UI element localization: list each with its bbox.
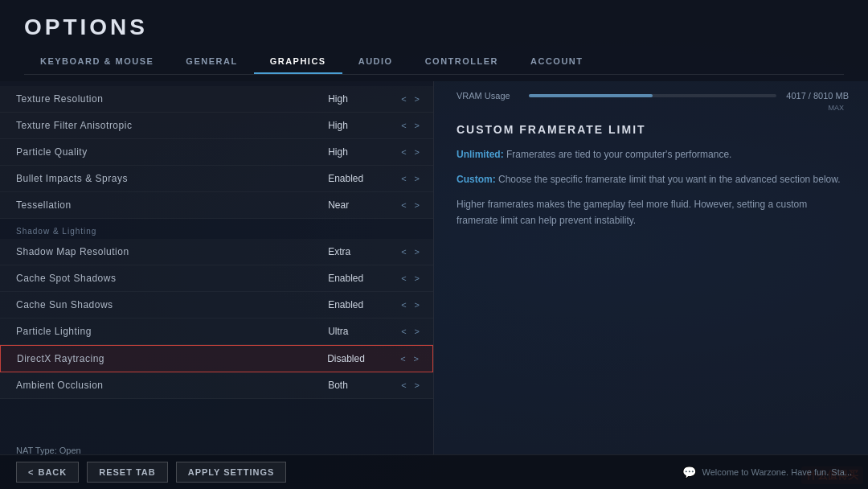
setting-particle-lighting[interactable]: Particle Lighting Ultra < > <box>0 318 433 345</box>
arrow-left-texture-res[interactable]: < <box>399 93 408 105</box>
back-arrow-icon: < <box>28 467 34 477</box>
setting-texture-filter[interactable]: Texture Filter Anisotropic High < > <box>0 113 433 139</box>
main-container: OPTIONS KEYBOARD & MOUSE GENERAL GRAPHIC… <box>0 0 868 489</box>
arrow-right-texture-res[interactable]: > <box>412 93 422 105</box>
arrow-left-raytracing[interactable]: < <box>398 353 407 364</box>
arrow-right-raytracing[interactable]: > <box>411 353 421 364</box>
arrow-right-tessellation[interactable]: > <box>412 199 422 211</box>
vram-max-label: MAX <box>828 104 844 112</box>
arrow-left-ambient-occlusion[interactable]: < <box>399 380 408 391</box>
nat-type: NAT Type: Open <box>16 446 81 455</box>
setting-shadow-map-res[interactable]: Shadow Map Resolution Extra < > <box>0 239 433 265</box>
vram-bar <box>529 94 776 97</box>
tab-keyboard-mouse[interactable]: KEYBOARD & MOUSE <box>24 50 170 74</box>
arrow-left-texture-filter[interactable]: < <box>399 120 408 131</box>
settings-list: Texture Resolution High < > Texture Filt… <box>0 81 433 454</box>
arrow-left-tessellation[interactable]: < <box>399 199 408 211</box>
setting-directx-raytracing[interactable]: DirectX Raytracing Disabled < > <box>0 345 433 372</box>
arrow-left-cache-sun[interactable]: < <box>399 299 408 310</box>
tabs-bar: KEYBOARD & MOUSE GENERAL GRAPHICS AUDIO … <box>24 50 844 75</box>
arrow-right-particle-lighting[interactable]: > <box>412 326 422 337</box>
vram-values: 4017 / 8010 MB <box>784 91 849 101</box>
vram-section: VRAM Usage 4017 / 8010 MB MAX <box>457 91 849 112</box>
setting-tessellation[interactable]: Tessellation Near < > <box>0 192 433 219</box>
arrow-right-shadow-map[interactable]: > <box>412 246 422 257</box>
chat-icon: 💬 <box>682 466 696 479</box>
help-text-unlimited: Framerates are tied to your computer's p… <box>506 149 731 160</box>
tab-general[interactable]: GENERAL <box>170 50 253 74</box>
reset-tab-button[interactable]: Reset Tab <box>87 462 168 483</box>
arrow-right-cache-sun[interactable]: > <box>412 299 422 310</box>
bottom-right: 💬 Welcome to Warzone. Have fun. Sta... <box>682 466 852 479</box>
setting-bullet-impacts[interactable]: Bullet Impacts & Sprays Enabled < > <box>0 166 433 192</box>
arrow-left-bullet-impacts[interactable]: < <box>399 173 408 184</box>
tab-audio[interactable]: AUDIO <box>342 50 409 74</box>
arrow-left-cache-spot[interactable]: < <box>399 273 408 284</box>
arrow-left-particle-lighting[interactable]: < <box>399 326 408 337</box>
left-panel: Texture Resolution High < > Texture Filt… <box>0 81 434 454</box>
help-text-note: Higher framerates makes the gameplay fee… <box>457 199 807 225</box>
section-shadow-lighting: Shadow & Lighting <box>0 219 433 239</box>
setting-ambient-occlusion[interactable]: Ambient Occlusion Both < > <box>0 372 433 399</box>
apply-settings-button[interactable]: Apply Settings <box>176 462 287 483</box>
help-title: CUSTOM FRAMERATE LIMIT <box>457 123 849 136</box>
help-para-unlimited: Unlimited: Framerates are tied to your c… <box>457 147 849 162</box>
tab-graphics[interactable]: GRAPHICS <box>254 50 342 74</box>
help-text-custom: Choose the specific framerate limit that… <box>498 174 841 185</box>
help-section: CUSTOM FRAMERATE LIMIT Unlimited: Framer… <box>457 123 849 442</box>
bottom-left-buttons: < < Back Back Reset Tab Apply Settings <box>16 462 286 483</box>
arrow-right-particle-quality[interactable]: > <box>412 146 422 158</box>
back-button[interactable]: < < Back Back <box>16 462 79 483</box>
help-keyword-custom: Custom: <box>457 174 496 185</box>
right-panel: VRAM Usage 4017 / 8010 MB MAX CUSTOM FRA… <box>434 81 868 454</box>
header: OPTIONS KEYBOARD & MOUSE GENERAL GRAPHIC… <box>0 0 868 81</box>
help-para-note: Higher framerates makes the gameplay fee… <box>457 197 849 228</box>
tab-account[interactable]: ACCOUNT <box>514 50 600 74</box>
setting-texture-resolution[interactable]: Texture Resolution High < > <box>0 86 433 113</box>
content-area: Texture Resolution High < > Texture Filt… <box>0 81 868 454</box>
help-para-custom: Custom: Choose the specific framerate li… <box>457 172 849 187</box>
arrow-right-ambient-occlusion[interactable]: > <box>412 380 422 391</box>
arrow-right-bullet-impacts[interactable]: > <box>412 173 422 184</box>
vram-bar-fill <box>529 94 653 97</box>
page-title: OPTIONS <box>24 14 844 40</box>
arrow-right-texture-filter[interactable]: > <box>412 120 422 131</box>
welcome-text: Welcome to Warzone. Have fun. Sta... <box>702 467 852 477</box>
setting-cache-spot-shadows[interactable]: Cache Spot Shadows Enabled < > <box>0 265 433 292</box>
arrow-right-cache-spot[interactable]: > <box>412 273 422 284</box>
setting-particle-quality[interactable]: Particle Quality High < > <box>0 139 433 166</box>
help-keyword-unlimited: Unlimited: <box>457 149 504 160</box>
bottom-bar: < < Back Back Reset Tab Apply Settings 💬… <box>0 454 868 489</box>
arrow-left-particle-quality[interactable]: < <box>399 146 408 158</box>
setting-cache-sun-shadows[interactable]: Cache Sun Shadows Enabled < > <box>0 292 433 318</box>
tab-controller[interactable]: CONTROLLER <box>409 50 514 74</box>
vram-label: VRAM Usage <box>457 91 521 101</box>
arrow-left-shadow-map[interactable]: < <box>399 246 408 257</box>
